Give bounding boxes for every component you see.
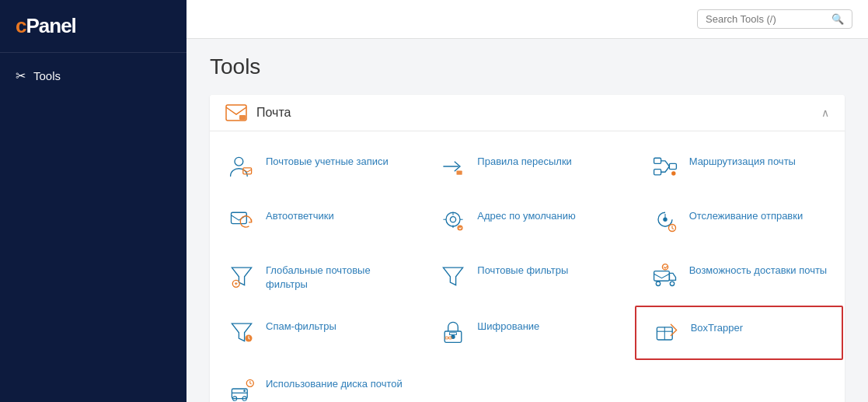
tool-label-boxtrapper: BoxTrapper xyxy=(691,318,743,335)
mail-accounts-icon xyxy=(227,152,256,181)
svg-rect-5 xyxy=(457,170,462,174)
tool-forwarders[interactable]: Правила пересылки xyxy=(421,139,633,194)
tool-label-track-delivery: Отслеживание отправки xyxy=(689,206,804,223)
tool-boxtrapper[interactable]: BoxTrapper xyxy=(635,306,843,360)
tool-default-address[interactable]: Адрес по умолчанию xyxy=(421,194,633,248)
svg-rect-19 xyxy=(654,271,669,281)
autoresponders-icon xyxy=(227,206,256,236)
tool-label-autoresponders: Автоответчики xyxy=(266,206,334,223)
svg-point-21 xyxy=(670,281,674,285)
svg-point-20 xyxy=(656,281,660,285)
sidebar-nav: ✂ Tools xyxy=(0,53,186,99)
scissors-icon: ✂ xyxy=(16,68,26,83)
tool-label-mail-routing: Маршрутизация почты xyxy=(689,152,796,169)
disk-usage-icon xyxy=(227,374,256,402)
section-header-left: Почта xyxy=(225,104,291,121)
svg-rect-29 xyxy=(449,337,452,340)
svg-point-13 xyxy=(458,225,463,230)
svg-marker-16 xyxy=(232,267,251,285)
spam-filters-icon xyxy=(227,316,256,346)
tool-mail-filters[interactable]: Почтовые фильтры xyxy=(421,248,633,304)
encryption-icon xyxy=(438,316,468,346)
delivery-option-icon xyxy=(650,260,680,290)
svg-point-2 xyxy=(235,157,243,166)
forwarders-icon xyxy=(438,152,468,181)
svg-point-33 xyxy=(243,390,246,393)
tool-label-disk-usage: Использование диска почтой xyxy=(266,374,403,391)
tool-disk-usage[interactable]: Использование диска почтой xyxy=(210,362,421,402)
global-filters-icon xyxy=(227,260,256,290)
svg-point-9 xyxy=(671,171,675,175)
svg-rect-27 xyxy=(450,333,457,335)
tool-label-default-address: Адрес по умолчанию xyxy=(477,206,575,223)
cpanel-logo-text: cPanel xyxy=(16,14,76,38)
svg-rect-10 xyxy=(232,212,247,223)
sidebar-logo: cPanel xyxy=(0,0,186,53)
section-title-mail: Почта xyxy=(256,106,291,120)
default-address-icon xyxy=(438,206,468,236)
mail-filters-icon xyxy=(438,260,468,290)
tool-autoresponders[interactable]: Автоответчики xyxy=(210,194,421,248)
svg-rect-8 xyxy=(669,163,676,169)
tool-delivery-option[interactable]: Возможность доставки почты xyxy=(633,248,845,304)
mail-section-icon xyxy=(225,104,247,121)
tool-encryption[interactable]: Шифрование xyxy=(421,304,633,362)
tool-label-forwarders: Правила пересылки xyxy=(477,152,572,169)
mail-routing-icon xyxy=(650,152,680,181)
track-delivery-icon xyxy=(650,206,680,236)
page-body: Tools Почта ∧ xyxy=(186,39,868,402)
svg-rect-28 xyxy=(445,337,448,340)
search-icon: 🔍 xyxy=(831,13,844,25)
search-input[interactable] xyxy=(706,13,828,25)
svg-marker-18 xyxy=(444,267,463,285)
chevron-up-icon: ∧ xyxy=(821,107,829,119)
svg-rect-3 xyxy=(243,168,252,174)
header: 🔍 xyxy=(186,0,868,39)
tool-label-mail-filters: Почтовые фильтры xyxy=(477,260,568,278)
boxtrapper-icon xyxy=(652,318,682,348)
tool-label-mail-accounts: Почтовые учетные записи xyxy=(266,152,389,169)
tool-mail-routing[interactable]: Маршрутизация почты xyxy=(633,139,845,194)
tool-global-filters[interactable]: Глобальные почтовые фильтры xyxy=(210,248,421,304)
tool-track-delivery[interactable]: Отслеживание отправки xyxy=(633,194,845,248)
tool-label-encryption: Шифрование xyxy=(477,316,539,334)
tool-label-global-filters: Глобальные почтовые фильтры xyxy=(266,260,404,292)
svg-rect-6 xyxy=(654,158,661,163)
svg-rect-1 xyxy=(239,115,246,120)
tool-label-delivery-option: Возможность доставки почты xyxy=(689,260,828,278)
tool-spam-filters[interactable]: Спам-фильтры xyxy=(210,304,421,362)
section-header-mail[interactable]: Почта ∧ xyxy=(210,95,845,131)
svg-rect-7 xyxy=(654,170,661,175)
main-content: 🔍 Tools Почта ∧ xyxy=(186,0,868,402)
svg-point-12 xyxy=(451,217,456,222)
tools-grid-mail: Почтовые учетные записи Правила пересылк… xyxy=(210,131,845,402)
page-title: Tools xyxy=(210,54,845,79)
tool-mail-accounts[interactable]: Почтовые учетные записи xyxy=(210,139,421,194)
sidebar: cPanel ✂ Tools xyxy=(0,0,186,402)
sidebar-item-tools[interactable]: ✂ Tools xyxy=(0,61,186,91)
cpanel-logo: cPanel xyxy=(16,14,171,38)
search-box[interactable]: 🔍 xyxy=(697,9,852,29)
tool-label-spam-filters: Спам-фильтры xyxy=(266,316,336,334)
sidebar-item-label: Tools xyxy=(33,69,61,82)
mail-section: Почта ∧ Почтовые учетные xyxy=(210,95,845,402)
